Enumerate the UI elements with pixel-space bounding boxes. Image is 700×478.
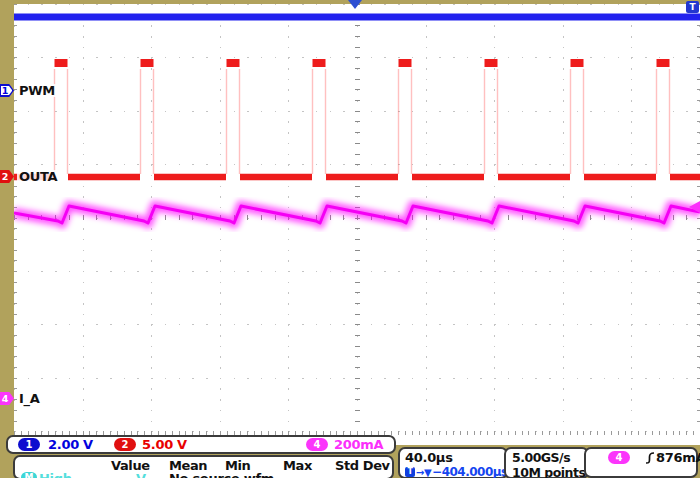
acquisition-readout[interactable]: 5.00GS/s 10M points: [504, 447, 589, 478]
channel-1-label: PWM: [17, 84, 57, 97]
trigger-position-value: −404.000µs: [432, 465, 508, 478]
measurement-header-stddev: Std Dev: [335, 458, 390, 473]
record-length: 10M points: [512, 465, 587, 478]
measurement-table: Value Mean Min Max Std Dev M High ----.V…: [13, 455, 394, 478]
timebase-scale: 40.0µs: [405, 450, 506, 465]
channel-1-badge[interactable]: 1: [18, 438, 40, 451]
trigger-level-value: 876mA: [656, 450, 700, 465]
channel-1-tag-number: 1: [0, 84, 11, 97]
channel-4-badge[interactable]: 4: [306, 438, 328, 451]
trigger-position-marker-icon[interactable]: [348, 0, 362, 9]
channel-1-scale: 2.00 V: [48, 437, 93, 452]
channel-4-label: I_A: [17, 392, 42, 405]
channel-4-scale: 200mA: [334, 437, 383, 452]
trigger-level-marker-icon[interactable]: [689, 201, 700, 213]
trigger-t-icon: T: [405, 467, 415, 477]
channel-1-position-marker[interactable]: 1: [0, 84, 14, 97]
channel-2-scale: 5.00 V: [142, 437, 187, 452]
channel-2-position-marker[interactable]: 2: [0, 170, 14, 183]
channel-2-tag-number: 2: [0, 170, 11, 183]
trigger-position-arrows-icon: →▼: [416, 467, 431, 478]
waveform-traces: [14, 4, 700, 445]
channel-4-tag-number: 4: [0, 392, 11, 405]
channel-scale-readouts[interactable]: 1 2.00 V 2 5.00 V 4 200mA: [6, 435, 396, 454]
math-channel-badge: M: [21, 472, 37, 478]
trigger-indicator-icon: T: [686, 1, 699, 13]
channel-2-badge[interactable]: 2: [114, 438, 136, 451]
rising-edge-slope-icon: [644, 451, 656, 465]
timebase-readout[interactable]: 40.0µs T→▼−404.000µs: [398, 447, 508, 478]
measurement-header-max: Max: [283, 458, 312, 473]
sample-rate: 5.00GS/s: [512, 450, 587, 465]
channel-4-position-marker[interactable]: 4: [0, 392, 14, 405]
trigger-readout[interactable]: 4 876mA: [584, 447, 698, 478]
channel-2-label: OUTA: [17, 170, 59, 183]
measurement-value: ----.V: [111, 471, 146, 478]
trigger-source-badge: 4: [608, 451, 630, 464]
waveform-display: 1 PWM 2 OUTA 4 I_A T: [14, 4, 700, 445]
measurement-name: High: [39, 471, 72, 478]
measurement-status: No source wfm: [169, 471, 274, 478]
